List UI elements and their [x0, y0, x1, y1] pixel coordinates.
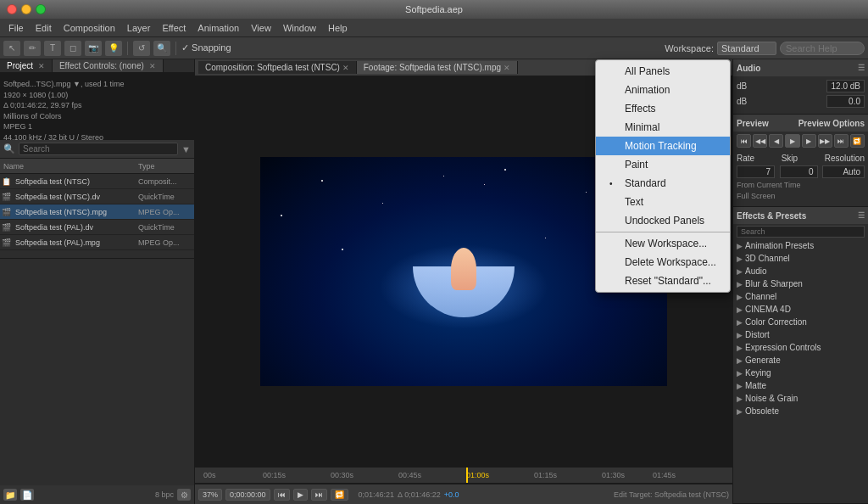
- effects-search-input[interactable]: [737, 226, 865, 238]
- ws-item-effects[interactable]: Effects: [596, 99, 730, 118]
- workspace-dropdown[interactable]: Standard: [717, 42, 776, 55]
- preview-fwd-frame-btn[interactable]: ▶: [802, 134, 816, 148]
- timecode-display[interactable]: 0;00:00:00: [225, 489, 270, 501]
- snapping-toggle[interactable]: ✓ Snapping: [181, 42, 231, 53]
- preview-loop-btn[interactable]: 🔁: [850, 134, 865, 148]
- ws-item-text[interactable]: Text: [596, 193, 730, 211]
- skip-value[interactable]: 0: [780, 165, 818, 178]
- effect-item[interactable]: ▶Color Correction: [733, 316, 868, 328]
- project-search-input[interactable]: [19, 143, 178, 155]
- new-comp-btn[interactable]: 📄: [20, 489, 34, 501]
- preview-last-btn[interactable]: ⏭: [834, 134, 849, 148]
- list-item[interactable]: 🎬 Softpedia test (NTSC).dv QuickTime: [0, 189, 194, 204]
- effect-item[interactable]: ▶Blur & Sharpen: [733, 277, 868, 290]
- effect-item[interactable]: ▶Keying: [733, 367, 868, 379]
- preview-back-btn[interactable]: ◀◀: [753, 134, 767, 148]
- zoom-display[interactable]: 37%: [198, 489, 222, 501]
- menu-composition[interactable]: Composition: [58, 21, 120, 35]
- effect-item[interactable]: ▶Channel: [733, 290, 868, 303]
- effect-item[interactable]: ▶Noise & Grain: [733, 392, 868, 405]
- ws-item-minimal[interactable]: Minimal: [596, 118, 730, 137]
- menu-window[interactable]: Window: [278, 21, 321, 35]
- tab-project[interactable]: Project ✕: [0, 59, 53, 72]
- menu-animation[interactable]: Animation: [192, 21, 244, 35]
- effect-item[interactable]: ▶CINEMA 4D: [733, 303, 868, 316]
- file-type: QuickTime: [135, 223, 194, 232]
- effects-presets-header: Effects & Presets ☰: [733, 207, 868, 224]
- full-screen-label[interactable]: Full Screen: [737, 192, 776, 200]
- menu-edit[interactable]: Edit: [31, 21, 57, 35]
- prev-btn[interactable]: ⏮: [274, 489, 290, 501]
- list-item[interactable]: 🎬 Softpedia test (PAL).mpg MPEG Op...: [0, 235, 194, 250]
- audio-content: dB 12.0 dB dB 0.0: [733, 76, 868, 114]
- expand-icon: ▶: [737, 356, 743, 365]
- effect-item[interactable]: ▶Distort: [733, 328, 868, 341]
- effect-item[interactable]: ▶Generate: [733, 354, 868, 367]
- play-btn[interactable]: ▶: [293, 489, 308, 501]
- ws-item-reset-workspace[interactable]: Reset "Standard"...: [596, 272, 730, 290]
- effects-menu-icon[interactable]: ☰: [858, 211, 865, 220]
- list-item[interactable]: 📋 Softpedia test (NTSC) Composit...: [0, 174, 194, 189]
- ws-item-delete-workspace[interactable]: Delete Workspace...: [596, 253, 730, 272]
- ws-item-motion-tracking[interactable]: Motion Tracking: [596, 137, 730, 155]
- effect-item[interactable]: ▶Animation Presets: [733, 239, 868, 252]
- expand-icon: ▶: [737, 280, 743, 288]
- menu-effect[interactable]: Effect: [157, 21, 191, 35]
- effect-item[interactable]: ▶3D Channel: [733, 252, 868, 265]
- close-button[interactable]: [7, 4, 17, 14]
- next-btn[interactable]: ⏭: [311, 489, 327, 501]
- menu-help[interactable]: Help: [323, 21, 353, 35]
- search-help-input[interactable]: [780, 42, 865, 55]
- tool-pen[interactable]: ✏: [24, 41, 41, 56]
- audio-db-value[interactable]: 12.0 dB: [826, 80, 865, 92]
- tab-effect-controls[interactable]: Effect Controls: (none) ✕: [53, 59, 164, 72]
- settings-btn[interactable]: ⚙: [177, 489, 191, 501]
- tool-rotate[interactable]: ↺: [133, 41, 150, 56]
- menu-layer[interactable]: Layer: [122, 21, 156, 35]
- menu-view[interactable]: View: [246, 21, 276, 35]
- ws-item-standard[interactable]: • Standard: [596, 174, 730, 193]
- new-folder-btn[interactable]: 📁: [3, 489, 17, 501]
- list-item[interactable]: 🎬 Softpedia test (NTSC).mpg MPEG Op...: [0, 204, 194, 220]
- panel-menu-icon[interactable]: ☰: [858, 64, 865, 72]
- preview-play-btn[interactable]: ▶: [785, 134, 799, 148]
- rate-value[interactable]: 7: [737, 165, 775, 178]
- effect-item[interactable]: ▶Matte: [733, 379, 868, 392]
- resolution-value[interactable]: Auto: [822, 165, 865, 178]
- col-type-header: Type: [135, 162, 194, 171]
- expand-icon: ▶: [737, 407, 743, 416]
- maximize-button[interactable]: [36, 4, 46, 14]
- ws-item-undocked[interactable]: Undocked Panels: [596, 211, 730, 230]
- preview-fwd-btn[interactable]: ▶▶: [818, 134, 832, 148]
- effect-item[interactable]: ▶Expression Controls: [733, 341, 868, 354]
- preview-first-btn[interactable]: ⏮: [737, 134, 751, 148]
- tool-shape[interactable]: ◻: [64, 41, 81, 56]
- comp-tab-footage[interactable]: Footage: Softpedia test (NTSC).mpg ✕: [357, 61, 518, 74]
- minimize-button[interactable]: [21, 4, 31, 14]
- effect-item[interactable]: ▶Audio: [733, 265, 868, 277]
- tool-text[interactable]: T: [44, 41, 61, 56]
- effect-label: Audio: [745, 266, 767, 276]
- ws-item-paint[interactable]: Paint: [596, 155, 730, 174]
- expand-icon: ▶: [737, 382, 743, 390]
- workspace-section: Workspace: Standard: [665, 42, 865, 55]
- ws-item-new-workspace[interactable]: New Workspace...: [596, 234, 730, 253]
- comp-tab-main[interactable]: Composition: Softpedia test (NTSC) ✕: [198, 61, 357, 74]
- ws-item-animation[interactable]: Animation: [596, 81, 730, 99]
- tool-select[interactable]: ↖: [3, 41, 20, 56]
- list-item[interactable]: 🎬 Softpedia test (PAL).dv QuickTime: [0, 220, 194, 235]
- tool-zoom[interactable]: 🔍: [153, 41, 170, 56]
- ws-item-all-panels[interactable]: All Panels: [596, 62, 730, 81]
- effect-item[interactable]: ▶Obsolete: [733, 405, 868, 417]
- menu-file[interactable]: File: [3, 21, 29, 35]
- audio-db2-value[interactable]: 0.0: [826, 95, 865, 108]
- ws-item-label: Standard: [625, 177, 666, 189]
- title-bar: Softpedia.aep: [0, 0, 868, 19]
- preview-back-frame-btn[interactable]: ◀: [769, 134, 783, 148]
- tool-light[interactable]: 💡: [105, 41, 122, 56]
- preview-colors: Millions of Colors: [3, 111, 191, 122]
- loop-btn[interactable]: 🔁: [331, 489, 348, 501]
- preview-options-btn[interactable]: Preview Options: [798, 119, 865, 128]
- rate-row: Rate Skip Resolution: [737, 154, 865, 163]
- tool-camera[interactable]: 📷: [85, 41, 102, 56]
